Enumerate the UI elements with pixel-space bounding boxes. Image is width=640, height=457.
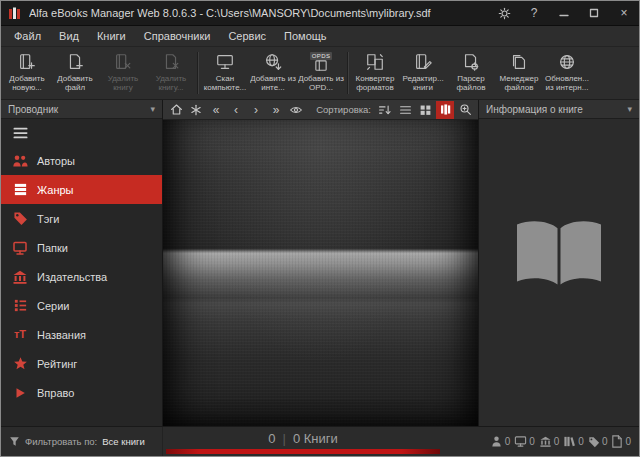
toolbar-button-label: Скан компьюте... [202, 74, 249, 93]
arrow-right-icon [12, 385, 28, 401]
minimize-button[interactable] [549, 1, 579, 25]
person-icon [490, 435, 503, 448]
toolbar-scan-computer-button[interactable]: Скан компьюте... [201, 48, 249, 98]
series-icon [12, 298, 28, 314]
filter-label: Фильтровать по: [25, 436, 97, 447]
delete-book-icon [113, 51, 133, 73]
bank-icon [539, 435, 552, 448]
publishers-icon [12, 269, 28, 285]
add-file-icon [65, 51, 85, 73]
toolbar-button-label: Удалить книгу... [148, 74, 195, 93]
publishers-counter: 0 [539, 435, 560, 448]
settings-gear-icon[interactable] [489, 1, 519, 25]
toolbar-separator [197, 52, 199, 94]
book-info-header-label: Информация о книге [486, 104, 583, 115]
grid-view-button[interactable] [416, 101, 434, 119]
menu-service[interactable]: Сервис [219, 27, 275, 45]
sidebar-item-series[interactable]: Серии [1, 291, 162, 320]
toolbar-add-from-internet-button[interactable]: Добавить из инте... [249, 48, 297, 98]
menu-view[interactable]: Вид [50, 27, 88, 45]
hamburger-menu-button[interactable] [1, 119, 162, 146]
folders-icon [12, 240, 28, 256]
sidebar-item-label: Тэги [37, 213, 60, 225]
sidebar-item-publishers[interactable]: Издательства [1, 262, 162, 291]
scan-computer-icon [215, 51, 235, 73]
toolbar-button-label: Менеджер файлов [496, 74, 543, 93]
book-carousel[interactable] [163, 120, 478, 426]
file-parser-icon [461, 51, 481, 73]
close-button[interactable]: × [609, 1, 639, 25]
tag-icon [588, 436, 600, 448]
window-title: Alfa eBooks Manager Web 8.0.6.3 - C:\Use… [29, 7, 489, 19]
first-page-button[interactable]: « [207, 101, 225, 119]
menubar: Файл Вид Книги Справочники Сервис Помощь [1, 25, 639, 46]
zoom-in-icon[interactable] [456, 101, 474, 119]
sidebar-item-folders[interactable]: Папки [1, 233, 162, 262]
toolbar-add-file-button[interactable]: Добавить файл [51, 48, 99, 98]
statusbar: Фильтровать по: Все книги 0 | 0 Книги 0 … [1, 426, 639, 456]
add-new-book-icon [17, 51, 37, 73]
sort-label: Сортировка: [316, 104, 371, 115]
menu-references[interactable]: Справочники [135, 27, 220, 45]
toolbar-edit-book-button[interactable]: Редактир... книги [399, 48, 447, 98]
filter-value-dropdown[interactable]: Все книги [102, 436, 145, 447]
eye-view-button[interactable] [287, 101, 305, 119]
favorites-asterisk-button[interactable] [187, 101, 205, 119]
toolbar-button-label: Конвертер форматов [352, 74, 399, 93]
toolbar-format-converter-button[interactable]: Конвертер форматов [351, 48, 399, 98]
list-view-button[interactable] [396, 101, 414, 119]
sidebar-item-rating[interactable]: Рейтинг [1, 349, 162, 378]
series-counter: 0 [563, 435, 584, 448]
display-icon [514, 435, 527, 448]
toolbar-file-manager-button[interactable]: Менеджер файлов [495, 48, 543, 98]
toolbar-button-label: Добавить из инте... [250, 74, 297, 93]
titles-icon: тТ [12, 327, 28, 343]
previous-page-button[interactable]: ‹ [227, 101, 245, 119]
toolbar-button-label: Обновлен... из интерн... [544, 74, 591, 93]
total-count: 0 Книги [293, 431, 338, 446]
authors-counter: 0 [490, 435, 511, 448]
sidebar-item-label: Авторы [37, 155, 75, 167]
menu-books[interactable]: Книги [88, 27, 135, 45]
sidebar-item-label: Издательства [37, 271, 107, 283]
hamburger-icon [12, 126, 29, 140]
edit-book-icon [413, 51, 433, 73]
toolbar-file-parser-button[interactable]: Парсер файлов [447, 48, 495, 98]
books-shelf-icon [563, 435, 576, 448]
book-count-section: 0 | 0 Книги [163, 427, 443, 456]
explorer-sidebar: Проводник ▾ Авторы Жанры [1, 100, 163, 426]
coverflow-view-button[interactable] [436, 101, 454, 119]
menu-help[interactable]: Помощь [275, 27, 336, 45]
app-window: Alfa eBooks Manager Web 8.0.6.3 - C:\Use… [0, 0, 640, 457]
book-info-header[interactable]: Информация о книге ▾ [479, 100, 639, 119]
sort-order-button[interactable] [376, 101, 394, 119]
chevron-down-icon: ▾ [627, 104, 632, 114]
toolbar-delete-book-file-button[interactable]: Удалить книгу... [147, 48, 195, 98]
sidebar-item-authors[interactable]: Авторы [1, 146, 162, 175]
menu-file[interactable]: Файл [5, 27, 50, 45]
sidebar-item-genres[interactable]: Жанры [1, 175, 162, 204]
toolbar-update-from-internet-button[interactable]: Обновлен... из интерн... [543, 48, 591, 98]
book-info-body [479, 119, 639, 426]
file-manager-icon [509, 51, 529, 73]
sidebar-item-label: Папки [37, 242, 68, 254]
delete-book-file-icon [161, 51, 181, 73]
carousel-toolbar: « ‹ › » Сортировка: [163, 100, 478, 120]
next-page-button[interactable]: › [247, 101, 265, 119]
toolbar-add-new-book-button[interactable]: Добавить новую... [3, 48, 51, 98]
selected-count: 0 [268, 431, 275, 446]
opds-badge: OPDS [310, 52, 333, 60]
toolbar-separator [347, 52, 349, 94]
toolbar-button-label: Добавить файл [52, 74, 99, 93]
maximize-button[interactable] [579, 1, 609, 25]
last-page-button[interactable]: » [267, 101, 285, 119]
sidebar-item-tags[interactable]: Тэги [1, 204, 162, 233]
toolbar-add-from-opds-button[interactable]: OPDS Добавить из OPD... [297, 48, 345, 98]
add-from-internet-icon [263, 51, 283, 73]
home-button[interactable] [167, 101, 185, 119]
help-button[interactable]: ? [519, 1, 549, 25]
sidebar-item-right[interactable]: Вправо [1, 378, 162, 407]
toolbar-delete-book-button[interactable]: Удалить книгу [99, 48, 147, 98]
explorer-header[interactable]: Проводник ▾ [1, 100, 162, 119]
sidebar-item-titles[interactable]: тТ Названия [1, 320, 162, 349]
